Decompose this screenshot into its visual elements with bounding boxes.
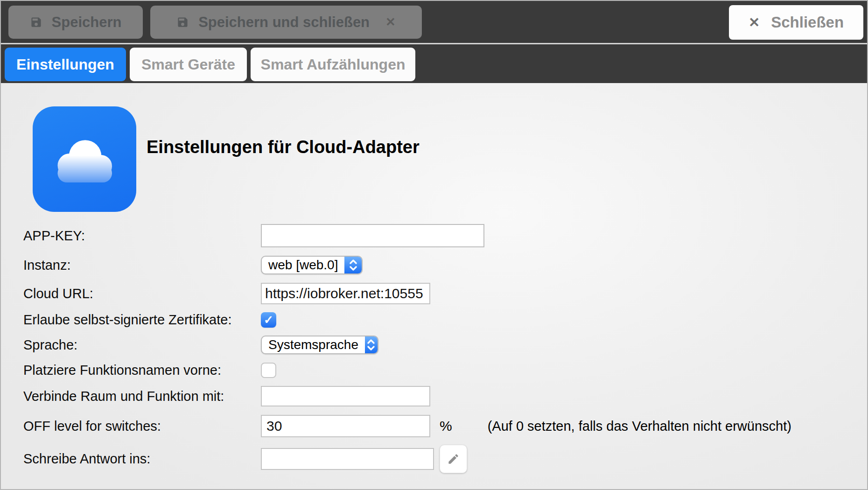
- off-level-note: (Auf 0 setzten, falls das Verhalten nich…: [488, 419, 791, 434]
- language-select[interactable]: Systemsprache: [261, 336, 378, 354]
- tab-smart-geraete[interactable]: Smart Geräte: [130, 48, 247, 81]
- adapter-config-window: Speichern Speichern und schließen ✕ ✕ Sc…: [0, 0, 868, 490]
- tab-einstellungen[interactable]: Einstellungen: [5, 48, 126, 81]
- close-icon: ✕: [385, 15, 396, 29]
- settings-panel: Einstellungen für Cloud-Adapter APP-KEY:…: [1, 83, 867, 489]
- off-level-unit: %: [440, 418, 452, 434]
- save-and-close-label: Speichern und schließen: [198, 14, 370, 31]
- room-function-label: Verbinde Raum und Funktion mit:: [23, 389, 261, 404]
- language-select-value: Systemsprache: [262, 336, 365, 353]
- select-object-id-button[interactable]: [440, 445, 467, 473]
- check-icon: ✓: [264, 313, 273, 327]
- instance-select[interactable]: web [web.0]: [261, 256, 363, 274]
- save-button[interactable]: Speichern: [8, 6, 143, 39]
- tab-smart-aufzaehlungen[interactable]: Smart Aufzählungen: [251, 48, 415, 81]
- close-button[interactable]: ✕ Schließen: [729, 5, 863, 40]
- app-key-input[interactable]: [261, 224, 484, 247]
- cloud-url-input[interactable]: [261, 283, 430, 304]
- cloud-adapter-icon: [33, 106, 136, 212]
- save-button-label: Speichern: [52, 14, 122, 31]
- form-row-write-response: Schreibe Antwort ins:: [23, 445, 791, 472]
- function-first-label: Platziere Funktionsnamen vorne:: [23, 363, 261, 378]
- close-button-label: Schließen: [771, 14, 844, 31]
- toolbar: Speichern Speichern und schließen ✕ ✕ Sc…: [1, 1, 867, 43]
- instance-select-value: web [web.0]: [262, 257, 344, 273]
- self-signed-checkbox[interactable]: ✓: [261, 312, 276, 328]
- select-arrows-icon: [365, 336, 378, 353]
- cloud-icon: [49, 133, 120, 185]
- write-response-input[interactable]: [261, 448, 434, 470]
- form-row-off-level: OFF level for switches: % (Auf 0 setzten…: [23, 414, 791, 438]
- select-arrows-icon: [344, 257, 362, 273]
- language-label: Sprache:: [23, 337, 261, 353]
- form-row-language: Sprache: Systemsprache: [23, 335, 791, 355]
- save-icon: [176, 16, 189, 28]
- pencil-icon: [447, 453, 460, 465]
- close-icon: ✕: [749, 14, 760, 30]
- instance-label: Instanz:: [23, 258, 261, 273]
- save-icon: [30, 16, 42, 28]
- tab-label: Smart Aufzählungen: [261, 56, 406, 73]
- form-row-function-first: Platziere Funktionsnamen vorne:: [23, 362, 791, 378]
- off-level-input[interactable]: [261, 415, 430, 437]
- tab-label: Smart Geräte: [141, 56, 235, 73]
- form-row-instance: Instanz: web [web.0]: [23, 255, 791, 275]
- off-level-label: OFF level for switches:: [23, 419, 261, 434]
- settings-form: APP-KEY: Instanz: web [web.0] Cloud URL:…: [23, 224, 791, 480]
- tab-bar: Einstellungen Smart Geräte Smart Aufzähl…: [1, 44, 867, 83]
- form-row-room-function: Verbinde Raum und Funktion mit:: [23, 385, 791, 407]
- save-and-close-button[interactable]: Speichern und schließen ✕: [150, 6, 422, 39]
- self-signed-label: Erlaube selbst-signierte Zertifikate:: [23, 312, 261, 328]
- function-first-checkbox[interactable]: [261, 363, 276, 378]
- app-key-label: APP-KEY:: [23, 228, 261, 244]
- form-row-app-key: APP-KEY:: [23, 224, 791, 247]
- form-row-self-signed: Erlaube selbst-signierte Zertifikate: ✓: [23, 312, 791, 328]
- room-function-input[interactable]: [261, 386, 430, 406]
- form-row-cloud-url: Cloud URL:: [23, 283, 791, 304]
- tab-label: Einstellungen: [16, 56, 114, 73]
- cloud-url-label: Cloud URL:: [23, 286, 261, 301]
- page-title: Einstellungen für Cloud-Adapter: [147, 137, 420, 157]
- write-response-label: Schreibe Antwort ins:: [23, 451, 261, 467]
